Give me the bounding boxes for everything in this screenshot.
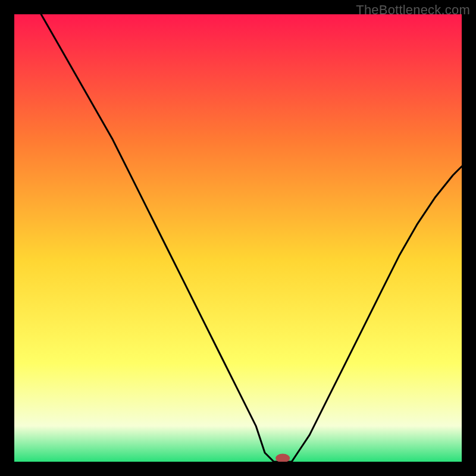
gradient-background <box>14 14 462 462</box>
chart-frame: TheBottleneck.com <box>0 0 476 476</box>
plot-area <box>14 14 462 462</box>
watermark-text: TheBottleneck.com <box>356 2 470 18</box>
bottleneck-plot <box>14 14 462 462</box>
